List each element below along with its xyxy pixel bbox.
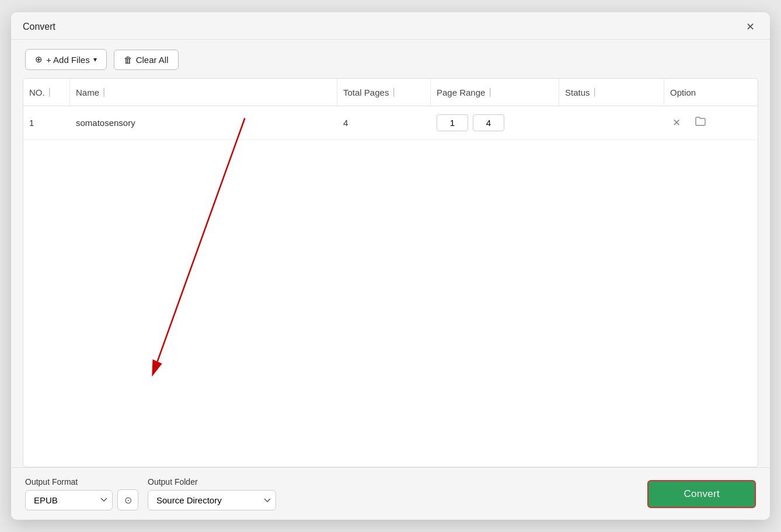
col-header-page-range: Page Range |: [431, 79, 559, 106]
settings-icon: ⊙: [124, 495, 132, 506]
format-select-wrap: EPUB MOBI AZW3 DOCX HTML TXT ⊙: [25, 489, 138, 510]
page-range-start-input[interactable]: [437, 114, 468, 131]
convert-window: Convert ✕ ⊕ + Add Files ▾ 🗑 Clear All NO…: [11, 12, 770, 520]
total-pages-value: 4: [343, 118, 348, 128]
col-header-total-pages: Total Pages |: [337, 79, 431, 106]
svg-line-1: [158, 118, 245, 362]
col-header-total-pages-text: Total Pages: [343, 88, 389, 97]
bottom-bar: Output Format EPUB MOBI AZW3 DOCX HTML T…: [11, 467, 770, 520]
col-sep-totalpages: |: [392, 87, 395, 97]
cell-option: ✕: [664, 107, 758, 139]
cell-status: [559, 115, 664, 131]
file-table: NO. | Name | Total Pages | Page Range | …: [23, 78, 758, 467]
col-header-name-text: Name: [76, 88, 99, 97]
col-sep-name: |: [103, 87, 105, 97]
delete-row-button[interactable]: ✕: [670, 116, 683, 130]
table-header: NO. | Name | Total Pages | Page Range | …: [23, 79, 758, 106]
col-header-no-text: NO.: [29, 88, 45, 97]
row-number: 1: [29, 118, 34, 128]
convert-button[interactable]: Convert: [647, 480, 756, 508]
cell-no: 1: [23, 110, 70, 136]
format-settings-button[interactable]: ⊙: [117, 489, 138, 510]
open-folder-button[interactable]: [692, 115, 709, 131]
toolbar: ⊕ + Add Files ▾ 🗑 Clear All: [11, 40, 770, 78]
col-sep-pagerange: |: [489, 87, 491, 97]
close-button[interactable]: ✕: [742, 20, 758, 33]
clear-all-label: Clear All: [136, 55, 169, 65]
col-sep-no: |: [48, 87, 51, 97]
add-files-dropdown-icon: ▾: [93, 55, 97, 64]
output-folder-label: Output Folder: [148, 477, 276, 487]
cell-name: somatosensory: [70, 110, 337, 136]
col-header-status-text: Status: [565, 88, 590, 97]
table-row: 1 somatosensory 4 ✕: [23, 106, 758, 140]
col-header-name: Name |: [70, 79, 337, 106]
col-header-no: NO. |: [23, 79, 70, 106]
col-header-page-range-text: Page Range: [437, 88, 485, 97]
page-range-inputs: [437, 114, 504, 131]
col-header-option-text: Option: [670, 88, 696, 97]
output-folder-group: Output Folder Source Directory Custom...: [148, 477, 276, 510]
cell-page-range: [431, 106, 559, 139]
col-header-status: Status |: [559, 79, 664, 106]
output-format-group: Output Format EPUB MOBI AZW3 DOCX HTML T…: [25, 477, 138, 510]
add-files-label: + Add Files: [46, 55, 90, 65]
window-title: Convert: [23, 22, 55, 32]
title-bar: Convert ✕: [11, 12, 770, 40]
file-name: somatosensory: [76, 118, 135, 128]
add-icon: ⊕: [35, 54, 43, 65]
add-files-button[interactable]: ⊕ + Add Files ▾: [25, 49, 107, 70]
cell-total-pages: 4: [337, 110, 431, 136]
page-range-end-input[interactable]: [473, 114, 504, 131]
trash-icon: 🗑: [124, 55, 133, 65]
col-header-option: Option: [664, 79, 758, 106]
col-sep-status: |: [594, 87, 596, 97]
output-format-label: Output Format: [25, 477, 138, 487]
format-select[interactable]: EPUB MOBI AZW3 DOCX HTML TXT: [25, 490, 113, 510]
clear-all-button[interactable]: 🗑 Clear All: [114, 50, 179, 70]
output-folder-select[interactable]: Source Directory Custom...: [148, 490, 276, 510]
